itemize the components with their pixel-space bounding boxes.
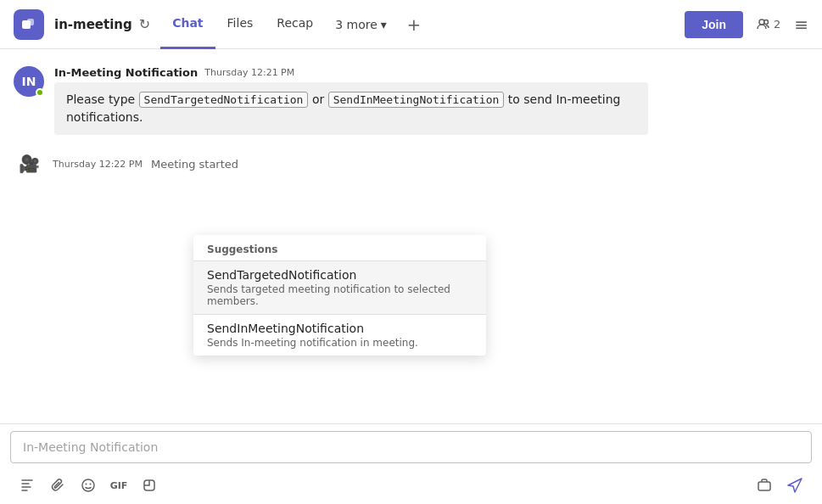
suggestion-item-1[interactable]: SendTargetedNotification Sends targeted … bbox=[193, 261, 486, 314]
nav-item-recap[interactable]: Recap bbox=[265, 0, 325, 49]
message-bubble: Please type SendTargetedNotification or … bbox=[54, 82, 648, 135]
avatar: IN bbox=[14, 66, 44, 97]
svg-point-3 bbox=[763, 20, 768, 24]
suggestion-name-2: SendInMeetingNotification bbox=[207, 322, 473, 335]
suggestion-item-2[interactable]: SendInMeetingNotification Sends In-meeti… bbox=[193, 315, 486, 356]
sender-name: In-Meeting Notification bbox=[54, 66, 198, 79]
nav-item-files[interactable]: Files bbox=[215, 0, 266, 49]
system-message: 🎥 Thursday 12:22 PM Meeting started bbox=[0, 142, 822, 186]
loop-button[interactable] bbox=[751, 472, 778, 499]
sticker-icon bbox=[142, 478, 157, 493]
input-area: In-Meeting Notification GIF bbox=[0, 423, 822, 504]
sticker-button[interactable] bbox=[136, 472, 163, 499]
nav-item-chat[interactable]: Chat bbox=[160, 0, 215, 49]
message-time: Thursday 12:21 PM bbox=[204, 67, 294, 78]
attach-icon bbox=[50, 478, 65, 493]
svg-rect-1 bbox=[27, 19, 34, 25]
header: in-meeting ↻ Chat Files Recap 3 more ▾ +… bbox=[0, 0, 822, 49]
add-tab-button[interactable]: + bbox=[400, 11, 428, 38]
svg-point-5 bbox=[86, 484, 87, 485]
suggestion-desc-1: Sends targeted meeting notification to s… bbox=[207, 283, 473, 307]
join-button[interactable]: Join bbox=[685, 11, 743, 38]
suggestions-dropdown: Suggestions SendTargetedNotification Sen… bbox=[193, 235, 486, 356]
meeting-title: in-meeting bbox=[54, 17, 132, 32]
more-options-icon[interactable]: ≡ bbox=[794, 14, 808, 35]
message-notification: IN In-Meeting Notification Thursday 12:2… bbox=[0, 59, 822, 142]
video-icon: 🎥 bbox=[14, 148, 44, 179]
system-text: Meeting started bbox=[151, 158, 238, 171]
format-button[interactable] bbox=[14, 472, 41, 499]
svg-point-4 bbox=[82, 479, 94, 491]
suggestion-name-1: SendTargetedNotification bbox=[207, 268, 473, 282]
chat-area: IN In-Meeting Notification Thursday 12:2… bbox=[0, 49, 822, 423]
suggestion-desc-2: Sends In-meeting notification in meeting… bbox=[207, 337, 473, 349]
suggestions-header: Suggestions bbox=[193, 235, 486, 260]
message-content: In-Meeting Notification Thursday 12:21 P… bbox=[54, 66, 808, 135]
emoji-icon bbox=[81, 478, 96, 493]
participants-icon bbox=[757, 18, 770, 31]
input-placeholder: In-Meeting Notification bbox=[23, 440, 158, 454]
nav-more-button[interactable]: 3 more ▾ bbox=[325, 0, 397, 49]
code-tag-1: SendTargetedNotification bbox=[139, 92, 309, 108]
chevron-down-icon: ▾ bbox=[381, 18, 387, 31]
gif-button[interactable]: GIF bbox=[105, 472, 132, 499]
message-input[interactable]: In-Meeting Notification bbox=[10, 431, 812, 463]
header-nav: Chat Files Recap 3 more ▾ + bbox=[160, 0, 428, 49]
message-text-middle: or bbox=[308, 92, 327, 106]
emoji-button[interactable] bbox=[75, 472, 102, 499]
loop-icon bbox=[757, 478, 772, 493]
avatar-status bbox=[36, 88, 44, 97]
system-time: Thursday 12:22 PM bbox=[53, 159, 143, 170]
input-toolbar: GIF bbox=[0, 467, 822, 504]
app-icon bbox=[14, 9, 44, 40]
send-button[interactable] bbox=[781, 472, 808, 499]
teams-logo-icon bbox=[20, 16, 37, 33]
message-meta: In-Meeting Notification Thursday 12:21 P… bbox=[54, 66, 808, 79]
attach-button[interactable] bbox=[44, 472, 71, 499]
code-tag-2: SendInMeetingNotification bbox=[328, 92, 505, 108]
participants-count[interactable]: 2 bbox=[757, 18, 780, 31]
message-text-before: Please type bbox=[66, 92, 139, 106]
svg-point-6 bbox=[90, 484, 92, 485]
sync-icon: ↻ bbox=[139, 16, 150, 32]
svg-rect-8 bbox=[758, 482, 770, 490]
format-icon bbox=[20, 478, 35, 493]
send-icon bbox=[786, 477, 803, 494]
